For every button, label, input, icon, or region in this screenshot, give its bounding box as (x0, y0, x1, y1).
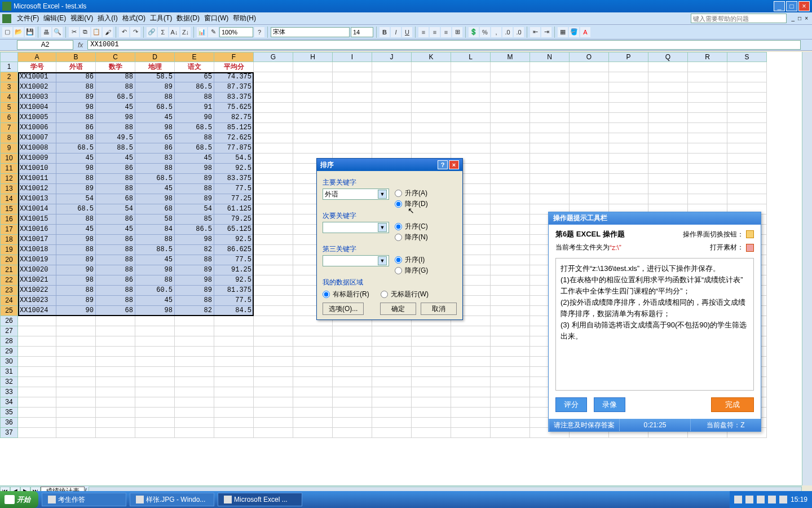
cell[interactable] (254, 286, 293, 296)
cell[interactable] (18, 357, 56, 367)
cell[interactable] (648, 113, 688, 123)
cell[interactable] (135, 397, 175, 408)
cell[interactable] (254, 62, 293, 72)
cell[interactable]: 学号 (18, 62, 56, 72)
cell[interactable]: XX10002 (18, 82, 56, 93)
cell[interactable] (254, 214, 293, 225)
cell[interactable] (254, 336, 293, 347)
cell[interactable] (214, 377, 254, 387)
cell[interactable] (96, 428, 135, 438)
cell[interactable] (648, 72, 688, 82)
cell[interactable] (609, 103, 648, 113)
cell[interactable]: 86.5 (175, 82, 214, 93)
cell[interactable] (254, 296, 293, 306)
cell[interactable]: 86 (96, 275, 135, 286)
column-header[interactable]: M (491, 52, 530, 62)
cell[interactable] (491, 143, 530, 154)
cell[interactable]: XX10024 (18, 306, 56, 316)
cell[interactable] (56, 357, 96, 367)
cell[interactable] (727, 113, 767, 123)
cell[interactable]: 98 (135, 123, 175, 133)
cell[interactable] (491, 154, 530, 164)
cell[interactable] (609, 184, 648, 194)
cell[interactable]: 91 (175, 103, 214, 113)
cell[interactable] (727, 164, 767, 174)
cell[interactable]: 88 (175, 133, 214, 143)
cell[interactable]: 98 (56, 235, 96, 245)
new-icon[interactable]: ▢ (2, 27, 12, 37)
cell[interactable] (570, 164, 609, 174)
cell[interactable] (609, 194, 648, 204)
primary-key-select[interactable]: 外语▼ (323, 189, 389, 200)
cell[interactable] (254, 387, 293, 397)
cell[interactable] (175, 326, 214, 336)
cell[interactable]: 90 (56, 306, 96, 316)
cell[interactable]: 90 (175, 113, 214, 123)
cell[interactable] (175, 347, 214, 357)
cell[interactable] (570, 194, 609, 204)
third-desc-radio[interactable]: 降序(G) (395, 266, 428, 275)
cell[interactable]: 77.5 (214, 255, 254, 265)
percent-icon[interactable]: % (480, 27, 490, 37)
cell[interactable] (214, 428, 254, 438)
cell[interactable] (135, 326, 175, 336)
cell[interactable] (96, 326, 135, 336)
cell[interactable] (135, 316, 175, 326)
cell[interactable] (412, 408, 451, 418)
cell[interactable]: XX10003 (18, 93, 56, 103)
cell[interactable] (648, 123, 688, 133)
cell[interactable] (254, 143, 293, 154)
row-header[interactable]: 10 (0, 154, 18, 164)
cell[interactable]: XX10004 (18, 103, 56, 113)
cell[interactable]: 82 (175, 245, 214, 255)
dialog-help-button[interactable]: ? (438, 160, 448, 169)
cell[interactable]: 45 (135, 296, 175, 306)
column-header[interactable]: O (570, 52, 609, 62)
cell[interactable] (688, 143, 727, 154)
cell[interactable] (530, 184, 570, 194)
cell[interactable] (254, 418, 293, 428)
cell[interactable] (688, 93, 727, 103)
cell[interactable] (491, 93, 530, 103)
cell[interactable]: XX10009 (18, 154, 56, 164)
record-button[interactable]: 录像 (594, 397, 625, 412)
cell[interactable]: 65.125 (214, 225, 254, 235)
cell[interactable] (451, 418, 491, 428)
cell[interactable] (491, 194, 530, 204)
cell[interactable] (648, 184, 688, 194)
cell[interactable]: 88.5 (96, 143, 135, 154)
cell[interactable]: 数学 (96, 62, 135, 72)
score-button[interactable]: 评分 (555, 397, 587, 412)
cell[interactable] (491, 387, 530, 397)
cell[interactable]: 77.25 (214, 194, 254, 204)
cell[interactable] (293, 367, 333, 377)
cell[interactable]: 68.5 (56, 204, 96, 214)
cell[interactable] (570, 72, 609, 82)
cell[interactable]: XX10001 (18, 72, 56, 82)
column-header[interactable]: J (372, 52, 412, 62)
cell[interactable] (56, 377, 96, 387)
cell[interactable] (570, 143, 609, 154)
has-header-radio[interactable]: 有标题行(R) (323, 290, 369, 299)
copy-icon[interactable]: ⧉ (80, 27, 90, 37)
cell[interactable] (491, 225, 530, 235)
cell[interactable] (491, 397, 530, 408)
cell[interactable]: 88 (56, 245, 96, 255)
cell[interactable]: XX10017 (18, 235, 56, 245)
cell[interactable]: 98 (135, 194, 175, 204)
row-header[interactable]: 2 (0, 72, 18, 82)
cell[interactable] (56, 336, 96, 347)
cell[interactable]: 88 (96, 184, 135, 194)
cell[interactable] (18, 326, 56, 336)
cell[interactable] (333, 62, 372, 72)
fill-color-icon[interactable]: 🪣 (569, 27, 579, 37)
row-header[interactable]: 32 (0, 377, 18, 387)
taskbar-item[interactable]: Microsoft Excel ... (218, 493, 302, 506)
italic-icon[interactable]: I (391, 27, 401, 37)
cell[interactable] (214, 347, 254, 357)
cell[interactable] (293, 387, 333, 397)
cell[interactable]: 86 (135, 143, 175, 154)
redo-icon[interactable]: ↷ (130, 27, 140, 37)
cell[interactable]: 92.5 (214, 275, 254, 286)
cell[interactable] (727, 82, 767, 93)
